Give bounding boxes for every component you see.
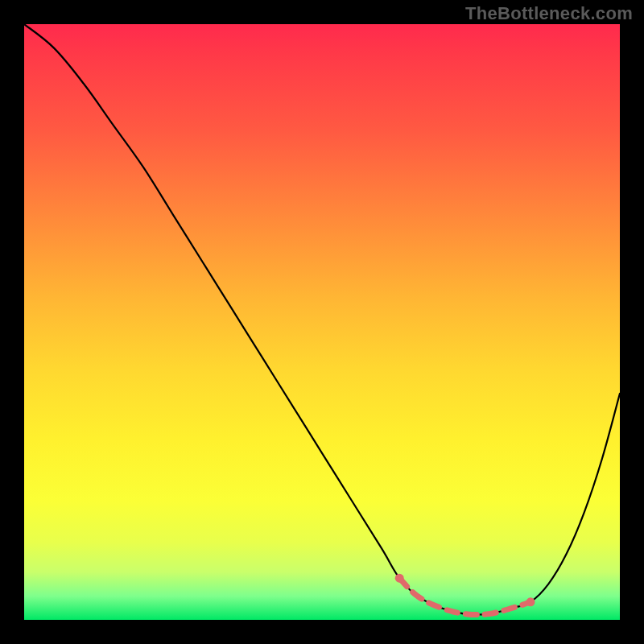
main-curve — [24, 24, 620, 615]
chart-frame: TheBottleneck.com — [0, 0, 644, 644]
watermark-text: TheBottleneck.com — [465, 3, 633, 24]
highlight-dots — [395, 574, 535, 607]
plot-area — [24, 24, 620, 620]
highlight-endpoint — [395, 574, 404, 583]
highlight-endpoint — [526, 597, 535, 606]
highlight-curve — [399, 578, 530, 614]
curve-layer — [24, 24, 620, 620]
